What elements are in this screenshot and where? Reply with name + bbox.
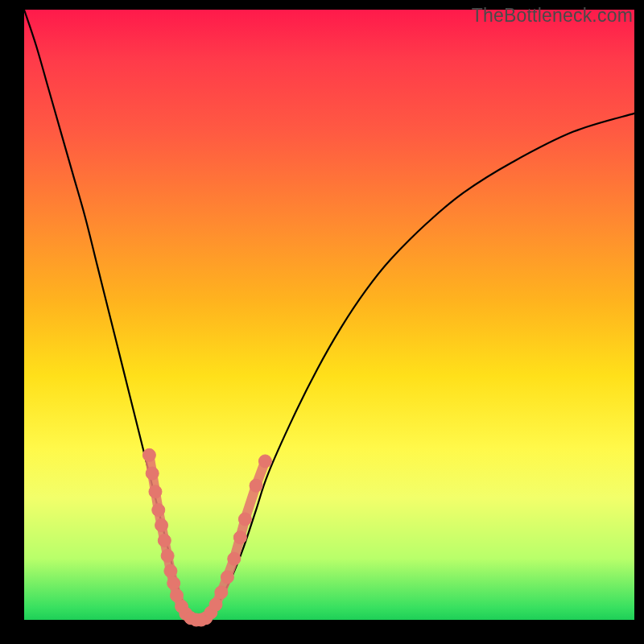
marker-dot bbox=[228, 552, 241, 565]
marker-dot bbox=[142, 448, 155, 461]
marker-dot bbox=[146, 467, 159, 480]
marker-dot bbox=[233, 531, 246, 544]
curve-markers bbox=[142, 448, 271, 626]
marker-dot bbox=[250, 479, 262, 492]
marker-dot bbox=[164, 564, 177, 577]
marker-dot bbox=[221, 571, 233, 584]
marker-dot bbox=[167, 577, 180, 590]
marker-dot bbox=[238, 513, 251, 526]
marker-dot bbox=[149, 485, 162, 498]
curve-path bbox=[24, 10, 634, 621]
marker-dot bbox=[161, 549, 174, 562]
marker-dot bbox=[209, 598, 222, 611]
plot-area bbox=[24, 10, 634, 620]
chart-frame: TheBottleneck.com bbox=[0, 0, 644, 644]
marker-dot bbox=[258, 455, 271, 468]
marker-dot bbox=[155, 519, 168, 532]
bottleneck-curve-svg bbox=[24, 10, 634, 620]
watermark-text: TheBottleneck.com bbox=[472, 5, 633, 27]
marker-dot bbox=[152, 504, 165, 517]
marker-dot bbox=[158, 534, 171, 547]
marker-dot bbox=[215, 586, 228, 599]
